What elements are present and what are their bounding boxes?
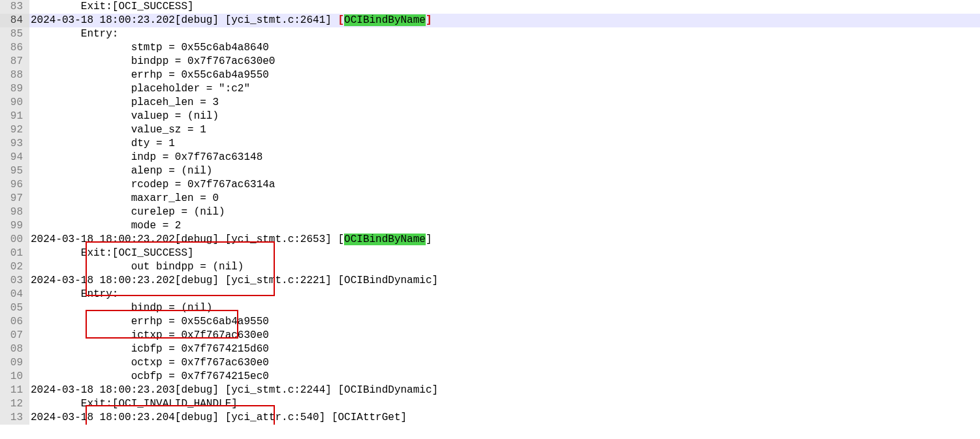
line-number: 10	[0, 370, 29, 384]
line-number: 06	[0, 315, 29, 329]
code-text: Exit:[OCI_SUCCESS]	[29, 0, 980, 14]
line-number: 99	[0, 219, 29, 233]
line-number: 84	[0, 14, 29, 27]
code-line[interactable]: 05 bindp = (nil)	[0, 301, 980, 315]
code-line[interactable]: 97 maxarr_len = 0	[0, 192, 980, 205]
code-text: placeholder = ":c2"	[29, 82, 980, 96]
code-text: dty = 1	[29, 137, 980, 151]
code-line[interactable]: 85 Entry:	[0, 27, 980, 41]
line-number: 01	[0, 247, 29, 260]
line-number: 02	[0, 260, 29, 274]
code-line[interactable]: 112024-03-18 18:00:23.203[debug] [yci_st…	[0, 384, 980, 397]
line-number: 96	[0, 178, 29, 192]
code-line[interactable]: 99 mode = 2	[0, 219, 980, 233]
code-line[interactable]: 032024-03-18 18:00:23.202[debug] [yci_st…	[0, 274, 980, 288]
code-text: value_sz = 1	[29, 123, 980, 137]
line-number: 13	[0, 411, 29, 425]
code-line[interactable]: 842024-03-18 18:00:23.202[debug] [yci_st…	[0, 14, 980, 27]
code-text: alenp = (nil)	[29, 164, 980, 178]
code-line[interactable]: 12 Exit:[OCI_INVALID_HANDLE]	[0, 397, 980, 411]
code-line[interactable]: 83 Exit:[OCI_SUCCESS]	[0, 0, 980, 14]
code-text: Entry:	[29, 27, 980, 41]
code-line[interactable]: 08 icbfp = 0x7f7674215d60	[0, 342, 980, 356]
code-line[interactable]: 07 ictxp = 0x7f767ac630e0	[0, 329, 980, 342]
code-line[interactable]: 002024-03-18 18:00:23.202[debug] [yci_st…	[0, 233, 980, 247]
code-line[interactable]: 98 curelep = (nil)	[0, 205, 980, 219]
code-text: bindp = (nil)	[29, 301, 980, 315]
code-line[interactable]: 09 octxp = 0x7f767ac630e0	[0, 356, 980, 370]
highlighted-function: OCIBindByName	[344, 234, 426, 245]
code-line[interactable]: 04 Entry:	[0, 288, 980, 301]
line-number: 93	[0, 137, 29, 151]
code-text: Entry:	[29, 288, 980, 301]
line-number: 92	[0, 123, 29, 137]
line-number: 08	[0, 342, 29, 356]
code-line[interactable]: 89 placeholder = ":c2"	[0, 82, 980, 96]
code-text: bindpp = 0x7f767ac630e0	[29, 55, 980, 68]
code-line[interactable]: 06 errhp = 0x55c6ab4a9550	[0, 315, 980, 329]
line-number: 83	[0, 0, 29, 14]
code-line[interactable]: 02 out bindpp = (nil)	[0, 260, 980, 274]
code-text: out bindpp = (nil)	[29, 260, 980, 274]
code-text: ocbfp = 0x7f7674215ec0	[29, 370, 980, 384]
code-line[interactable]: 01 Exit:[OCI_SUCCESS]	[0, 247, 980, 260]
code-line[interactable]: 90 placeh_len = 3	[0, 96, 980, 110]
code-line[interactable]: 96 rcodep = 0x7f767ac6314a	[0, 178, 980, 192]
code-text: errhp = 0x55c6ab4a9550	[29, 68, 980, 82]
code-text: ictxp = 0x7f767ac630e0	[29, 329, 980, 342]
code-text: stmtp = 0x55c6ab4a8640	[29, 41, 980, 55]
code-text: 2024-03-18 18:00:23.203[debug] [yci_stmt…	[29, 384, 980, 397]
line-number: 07	[0, 329, 29, 342]
code-line[interactable]: 132024-03-18 18:00:23.204[debug] [yci_at…	[0, 411, 980, 425]
code-line[interactable]: 92 value_sz = 1	[0, 123, 980, 137]
line-number: 98	[0, 205, 29, 219]
code-text: placeh_len = 3	[29, 96, 980, 110]
code-line[interactable]: 94 indp = 0x7f767ac63148	[0, 151, 980, 164]
code-line[interactable]: 87 bindpp = 0x7f767ac630e0	[0, 55, 980, 68]
code-text: valuep = (nil)	[29, 110, 980, 123]
code-text: mode = 2	[29, 219, 980, 233]
highlighted-function: OCIBindByName	[344, 14, 426, 26]
code-text: icbfp = 0x7f7674215d60	[29, 342, 980, 356]
line-number: 94	[0, 151, 29, 164]
code-text: Exit:[OCI_INVALID_HANDLE]	[29, 397, 980, 411]
code-editor: 83 Exit:[OCI_SUCCESS]842024-03-18 18:00:…	[0, 0, 980, 425]
line-number: 95	[0, 164, 29, 178]
line-number: 04	[0, 288, 29, 301]
line-number: 90	[0, 96, 29, 110]
code-line[interactable]: 93 dty = 1	[0, 137, 980, 151]
code-text: errhp = 0x55c6ab4a9550	[29, 315, 980, 329]
code-line[interactable]: 91 valuep = (nil)	[0, 110, 980, 123]
code-text: indp = 0x7f767ac63148	[29, 151, 980, 164]
code-text: rcodep = 0x7f767ac6314a	[29, 178, 980, 192]
code-text: 2024-03-18 18:00:23.202[debug] [yci_stmt…	[29, 233, 980, 247]
code-line[interactable]: 88 errhp = 0x55c6ab4a9550	[0, 68, 980, 82]
code-line[interactable]: 10 ocbfp = 0x7f7674215ec0	[0, 370, 980, 384]
line-number: 88	[0, 68, 29, 82]
line-number: 09	[0, 356, 29, 370]
code-line[interactable]: 95 alenp = (nil)	[0, 164, 980, 178]
line-number: 97	[0, 192, 29, 205]
line-number: 89	[0, 82, 29, 96]
code-text: Exit:[OCI_SUCCESS]	[29, 247, 980, 260]
code-text: maxarr_len = 0	[29, 192, 980, 205]
code-text: 2024-03-18 18:00:23.204[debug] [yci_attr…	[29, 411, 980, 425]
line-number: 12	[0, 397, 29, 411]
line-number: 91	[0, 110, 29, 123]
line-number: 03	[0, 274, 29, 288]
line-number: 86	[0, 41, 29, 55]
line-number: 05	[0, 301, 29, 315]
code-text: 2024-03-18 18:00:23.202[debug] [yci_stmt…	[29, 14, 980, 27]
line-number: 85	[0, 27, 29, 41]
code-line[interactable]: 86 stmtp = 0x55c6ab4a8640	[0, 41, 980, 55]
line-number: 11	[0, 384, 29, 397]
code-text: octxp = 0x7f767ac630e0	[29, 356, 980, 370]
line-number: 00	[0, 233, 29, 247]
code-text: 2024-03-18 18:00:23.202[debug] [yci_stmt…	[29, 274, 980, 288]
line-number: 87	[0, 55, 29, 68]
code-text: curelep = (nil)	[29, 205, 980, 219]
